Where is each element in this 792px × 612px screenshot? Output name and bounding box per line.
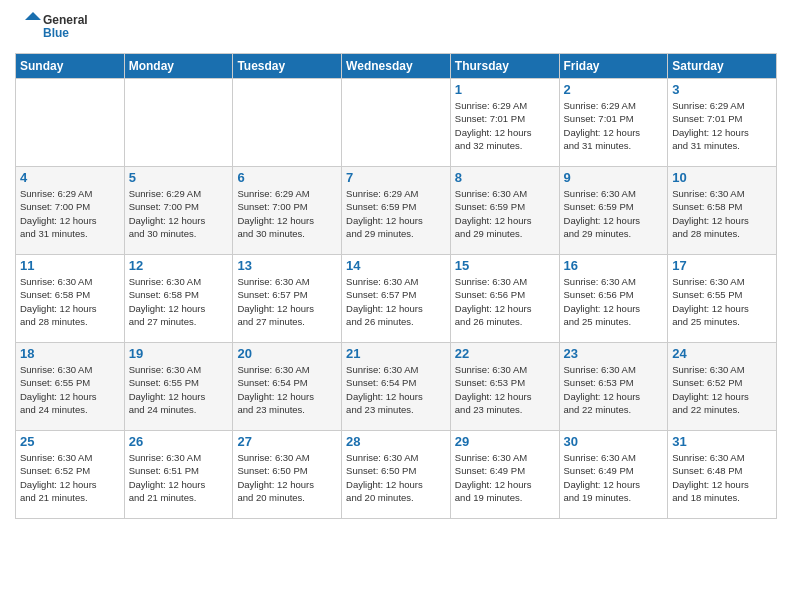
day-number: 30 (564, 434, 664, 449)
calendar-cell: 25Sunrise: 6:30 AM Sunset: 6:52 PM Dayli… (16, 431, 125, 519)
day-number: 23 (564, 346, 664, 361)
day-info: Sunrise: 6:29 AM Sunset: 7:00 PM Dayligh… (237, 187, 337, 240)
calendar-cell (16, 79, 125, 167)
day-info: Sunrise: 6:30 AM Sunset: 6:52 PM Dayligh… (20, 451, 120, 504)
logo: GeneralBlue (15, 10, 95, 45)
day-number: 27 (237, 434, 337, 449)
day-number: 3 (672, 82, 772, 97)
header: GeneralBlue (15, 10, 777, 45)
day-info: Sunrise: 6:30 AM Sunset: 6:58 PM Dayligh… (129, 275, 229, 328)
day-number: 10 (672, 170, 772, 185)
weekday-header-row: SundayMondayTuesdayWednesdayThursdayFrid… (16, 54, 777, 79)
day-number: 5 (129, 170, 229, 185)
day-info: Sunrise: 6:30 AM Sunset: 6:59 PM Dayligh… (564, 187, 664, 240)
day-number: 4 (20, 170, 120, 185)
day-number: 6 (237, 170, 337, 185)
calendar-cell: 7Sunrise: 6:29 AM Sunset: 6:59 PM Daylig… (342, 167, 451, 255)
calendar-cell: 20Sunrise: 6:30 AM Sunset: 6:54 PM Dayli… (233, 343, 342, 431)
weekday-header-thursday: Thursday (450, 54, 559, 79)
weekday-header-sunday: Sunday (16, 54, 125, 79)
calendar-cell: 8Sunrise: 6:30 AM Sunset: 6:59 PM Daylig… (450, 167, 559, 255)
weekday-header-wednesday: Wednesday (342, 54, 451, 79)
day-number: 17 (672, 258, 772, 273)
day-info: Sunrise: 6:29 AM Sunset: 6:59 PM Dayligh… (346, 187, 446, 240)
weekday-header-monday: Monday (124, 54, 233, 79)
calendar-cell: 9Sunrise: 6:30 AM Sunset: 6:59 PM Daylig… (559, 167, 668, 255)
day-number: 15 (455, 258, 555, 273)
svg-text:Blue: Blue (43, 26, 69, 40)
calendar-table: SundayMondayTuesdayWednesdayThursdayFrid… (15, 53, 777, 519)
day-info: Sunrise: 6:30 AM Sunset: 6:58 PM Dayligh… (20, 275, 120, 328)
day-info: Sunrise: 6:30 AM Sunset: 6:56 PM Dayligh… (564, 275, 664, 328)
calendar-cell: 24Sunrise: 6:30 AM Sunset: 6:52 PM Dayli… (668, 343, 777, 431)
calendar-cell: 18Sunrise: 6:30 AM Sunset: 6:55 PM Dayli… (16, 343, 125, 431)
day-info: Sunrise: 6:30 AM Sunset: 6:54 PM Dayligh… (237, 363, 337, 416)
calendar-week-row: 11Sunrise: 6:30 AM Sunset: 6:58 PM Dayli… (16, 255, 777, 343)
calendar-week-row: 18Sunrise: 6:30 AM Sunset: 6:55 PM Dayli… (16, 343, 777, 431)
calendar-cell: 28Sunrise: 6:30 AM Sunset: 6:50 PM Dayli… (342, 431, 451, 519)
day-info: Sunrise: 6:30 AM Sunset: 6:50 PM Dayligh… (346, 451, 446, 504)
calendar-cell: 3Sunrise: 6:29 AM Sunset: 7:01 PM Daylig… (668, 79, 777, 167)
day-info: Sunrise: 6:30 AM Sunset: 6:49 PM Dayligh… (564, 451, 664, 504)
day-number: 2 (564, 82, 664, 97)
calendar-cell: 4Sunrise: 6:29 AM Sunset: 7:00 PM Daylig… (16, 167, 125, 255)
day-info: Sunrise: 6:30 AM Sunset: 6:54 PM Dayligh… (346, 363, 446, 416)
calendar-cell: 23Sunrise: 6:30 AM Sunset: 6:53 PM Dayli… (559, 343, 668, 431)
day-number: 13 (237, 258, 337, 273)
svg-text:General: General (43, 13, 88, 27)
day-info: Sunrise: 6:30 AM Sunset: 6:56 PM Dayligh… (455, 275, 555, 328)
calendar-cell (342, 79, 451, 167)
day-number: 11 (20, 258, 120, 273)
day-number: 29 (455, 434, 555, 449)
calendar-cell: 5Sunrise: 6:29 AM Sunset: 7:00 PM Daylig… (124, 167, 233, 255)
calendar-cell: 21Sunrise: 6:30 AM Sunset: 6:54 PM Dayli… (342, 343, 451, 431)
day-number: 9 (564, 170, 664, 185)
weekday-header-friday: Friday (559, 54, 668, 79)
day-info: Sunrise: 6:29 AM Sunset: 7:01 PM Dayligh… (455, 99, 555, 152)
day-info: Sunrise: 6:30 AM Sunset: 6:53 PM Dayligh… (455, 363, 555, 416)
day-info: Sunrise: 6:30 AM Sunset: 6:57 PM Dayligh… (346, 275, 446, 328)
calendar-cell: 6Sunrise: 6:29 AM Sunset: 7:00 PM Daylig… (233, 167, 342, 255)
day-info: Sunrise: 6:29 AM Sunset: 7:00 PM Dayligh… (129, 187, 229, 240)
day-info: Sunrise: 6:30 AM Sunset: 6:53 PM Dayligh… (564, 363, 664, 416)
calendar-cell: 30Sunrise: 6:30 AM Sunset: 6:49 PM Dayli… (559, 431, 668, 519)
calendar-cell: 2Sunrise: 6:29 AM Sunset: 7:01 PM Daylig… (559, 79, 668, 167)
day-number: 31 (672, 434, 772, 449)
day-info: Sunrise: 6:30 AM Sunset: 6:59 PM Dayligh… (455, 187, 555, 240)
day-info: Sunrise: 6:29 AM Sunset: 7:01 PM Dayligh… (672, 99, 772, 152)
calendar-week-row: 4Sunrise: 6:29 AM Sunset: 7:00 PM Daylig… (16, 167, 777, 255)
day-number: 7 (346, 170, 446, 185)
calendar-cell: 12Sunrise: 6:30 AM Sunset: 6:58 PM Dayli… (124, 255, 233, 343)
day-info: Sunrise: 6:30 AM Sunset: 6:49 PM Dayligh… (455, 451, 555, 504)
calendar-cell (124, 79, 233, 167)
day-info: Sunrise: 6:30 AM Sunset: 6:58 PM Dayligh… (672, 187, 772, 240)
day-info: Sunrise: 6:29 AM Sunset: 7:00 PM Dayligh… (20, 187, 120, 240)
calendar-cell: 11Sunrise: 6:30 AM Sunset: 6:58 PM Dayli… (16, 255, 125, 343)
calendar-week-row: 1Sunrise: 6:29 AM Sunset: 7:01 PM Daylig… (16, 79, 777, 167)
day-info: Sunrise: 6:30 AM Sunset: 6:50 PM Dayligh… (237, 451, 337, 504)
calendar-week-row: 25Sunrise: 6:30 AM Sunset: 6:52 PM Dayli… (16, 431, 777, 519)
weekday-header-tuesday: Tuesday (233, 54, 342, 79)
calendar-cell: 17Sunrise: 6:30 AM Sunset: 6:55 PM Dayli… (668, 255, 777, 343)
day-number: 1 (455, 82, 555, 97)
calendar-cell: 13Sunrise: 6:30 AM Sunset: 6:57 PM Dayli… (233, 255, 342, 343)
day-info: Sunrise: 6:30 AM Sunset: 6:57 PM Dayligh… (237, 275, 337, 328)
day-number: 24 (672, 346, 772, 361)
day-number: 20 (237, 346, 337, 361)
calendar-cell: 15Sunrise: 6:30 AM Sunset: 6:56 PM Dayli… (450, 255, 559, 343)
calendar-cell: 22Sunrise: 6:30 AM Sunset: 6:53 PM Dayli… (450, 343, 559, 431)
day-number: 28 (346, 434, 446, 449)
svg-marker-2 (25, 12, 41, 20)
day-info: Sunrise: 6:29 AM Sunset: 7:01 PM Dayligh… (564, 99, 664, 152)
logo-svg: GeneralBlue (15, 10, 95, 45)
day-number: 16 (564, 258, 664, 273)
calendar-cell (233, 79, 342, 167)
weekday-header-saturday: Saturday (668, 54, 777, 79)
calendar-cell: 31Sunrise: 6:30 AM Sunset: 6:48 PM Dayli… (668, 431, 777, 519)
calendar-cell: 1Sunrise: 6:29 AM Sunset: 7:01 PM Daylig… (450, 79, 559, 167)
calendar-cell: 10Sunrise: 6:30 AM Sunset: 6:58 PM Dayli… (668, 167, 777, 255)
calendar-cell: 27Sunrise: 6:30 AM Sunset: 6:50 PM Dayli… (233, 431, 342, 519)
day-info: Sunrise: 6:30 AM Sunset: 6:55 PM Dayligh… (20, 363, 120, 416)
page-container: GeneralBlue SundayMondayTuesdayWednesday… (0, 0, 792, 529)
day-info: Sunrise: 6:30 AM Sunset: 6:48 PM Dayligh… (672, 451, 772, 504)
